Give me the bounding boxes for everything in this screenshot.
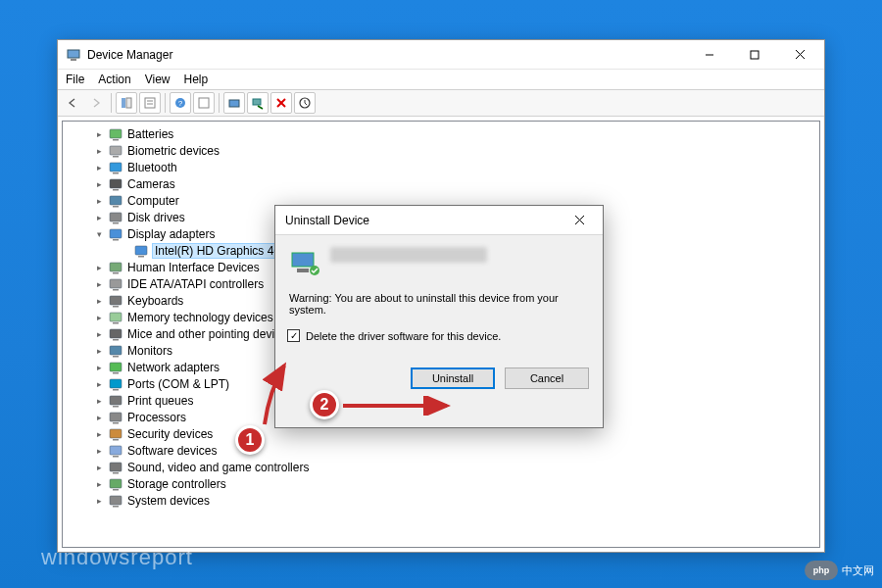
svg-rect-58 [113,456,119,458]
svg-rect-29 [110,213,122,221]
svg-rect-52 [113,406,119,408]
action-button[interactable] [193,92,215,114]
annotation-badge-2: 2 [310,390,339,419]
svg-rect-51 [110,396,122,405]
menu-action[interactable]: Action [98,73,130,86]
uninstall-button[interactable]: Uninstall [411,368,495,389]
tree-item-label: Keyboards [127,294,183,308]
device-name-redacted [330,247,487,263]
svg-rect-6 [122,98,125,108]
expand-arrow-icon[interactable]: ▾ [94,229,104,239]
expand-arrow-icon[interactable]: ▸ [94,279,104,289]
dialog-close-button[interactable] [560,206,599,235]
tree-item[interactable]: ▸Biometric devices [63,142,819,159]
svg-rect-26 [113,189,119,191]
device-category-icon [108,476,123,492]
back-button[interactable] [62,92,83,114]
device-category-icon [108,343,123,359]
tree-item[interactable]: ▸Bluetooth [63,159,819,175]
expand-arrow-icon[interactable]: ▸ [94,463,104,472]
expand-arrow-icon[interactable]: ▸ [94,129,104,139]
device-category-icon [108,126,123,142]
expand-arrow-icon[interactable]: ▸ [94,329,104,339]
menu-help[interactable]: Help [184,73,209,86]
tree-item[interactable]: ▸Sound, video and game controllers [63,459,819,475]
tree-item-label: Storage controllers [127,477,226,491]
expand-arrow-icon[interactable]: ▸ [94,179,104,189]
svg-rect-13 [199,98,209,108]
device-category-icon [108,393,123,409]
tree-item-label: IDE ATA/ATAPI controllers [127,277,264,291]
svg-rect-59 [110,463,122,471]
device-category-icon [108,193,123,209]
annotation-badge-1: 1 [235,425,265,455]
tree-item-label: Batteries [127,127,173,141]
svg-rect-44 [113,339,119,341]
update-driver-button[interactable] [223,92,245,114]
tree-item-label: Ports (COM & LPT) [127,377,229,391]
expand-arrow-icon[interactable]: ▸ [94,363,104,372]
expand-arrow-icon[interactable]: ▸ [94,163,104,172]
tree-item[interactable]: ▸Storage controllers [63,475,819,492]
expand-arrow-icon[interactable]: ▸ [94,479,104,489]
svg-rect-8 [145,98,155,108]
tree-item-label: Monitors [127,344,172,358]
expand-arrow-icon[interactable]: ▸ [94,413,104,422]
delete-driver-checkbox[interactable]: ✓ Delete the driver software for this de… [287,329,589,342]
checkbox-label: Delete the driver software for this devi… [306,330,501,342]
maximize-button[interactable] [732,40,777,70]
svg-rect-49 [110,379,122,388]
svg-rect-55 [110,429,122,438]
svg-rect-25 [110,179,122,188]
scan-hardware-button[interactable] [247,92,269,114]
dialog-titlebar: Uninstall Device [275,206,603,235]
tree-item[interactable]: ▸Software devices [63,442,819,459]
expand-arrow-icon[interactable]: ▸ [94,346,104,356]
expand-arrow-icon[interactable]: ▸ [94,429,104,439]
expand-arrow-icon[interactable]: ▸ [94,296,104,306]
properties-button[interactable] [139,92,161,114]
brand-badge: php 中文网 [805,561,874,580]
device-category-icon [108,160,123,175]
dialog-title: Uninstall Device [285,214,560,227]
forward-button[interactable] [85,92,107,114]
expand-arrow-icon[interactable]: ▸ [94,146,104,156]
tree-item[interactable]: ▸Batteries [63,125,819,142]
device-category-icon [108,376,123,392]
device-category-icon [108,426,123,442]
svg-rect-1 [71,59,76,61]
device-category-icon [108,310,123,325]
menu-view[interactable]: View [145,73,171,86]
minimize-button[interactable] [687,40,732,70]
expand-arrow-icon[interactable]: ▸ [94,446,104,456]
tree-item-label: Bluetooth [127,161,177,174]
expand-arrow-icon[interactable]: ▸ [94,196,104,206]
tree-item-label: Print queues [127,394,193,408]
svg-rect-28 [113,206,119,208]
expand-arrow-icon[interactable]: ▸ [94,396,104,406]
expand-arrow-icon[interactable]: ▸ [94,263,104,272]
expand-arrow-icon[interactable]: ▸ [94,213,104,222]
tree-item-label: Sound, video and game controllers [127,461,309,474]
device-category-icon [108,460,123,475]
close-button[interactable] [777,40,822,70]
brand-suffix: 中文网 [842,564,874,578]
expand-arrow-icon[interactable]: ▸ [94,496,104,506]
tree-item-label: Biometric devices [127,144,220,158]
help-button[interactable]: ? [170,92,191,114]
tree-item-label: Software devices [127,444,217,458]
tree-item-label: Security devices [127,427,213,441]
expand-arrow-icon[interactable]: ▸ [94,379,104,389]
tree-item[interactable]: ▸System devices [63,492,819,509]
menu-file[interactable]: File [66,73,84,86]
uninstall-device-button[interactable] [270,92,292,114]
disable-device-button[interactable] [294,92,316,114]
svg-rect-35 [110,263,122,271]
window-title: Device Manager [87,48,687,62]
tree-item[interactable]: ▸Cameras [63,175,819,192]
expand-arrow-icon[interactable]: ▸ [94,313,104,322]
svg-rect-19 [110,129,122,138]
svg-rect-34 [138,256,144,258]
cancel-button[interactable]: Cancel [505,368,589,389]
show-hide-tree-button[interactable] [116,92,137,114]
